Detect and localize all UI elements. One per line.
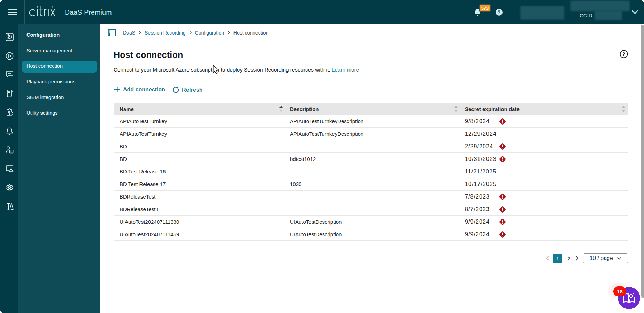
svg-text:?: ?: [622, 51, 626, 57]
